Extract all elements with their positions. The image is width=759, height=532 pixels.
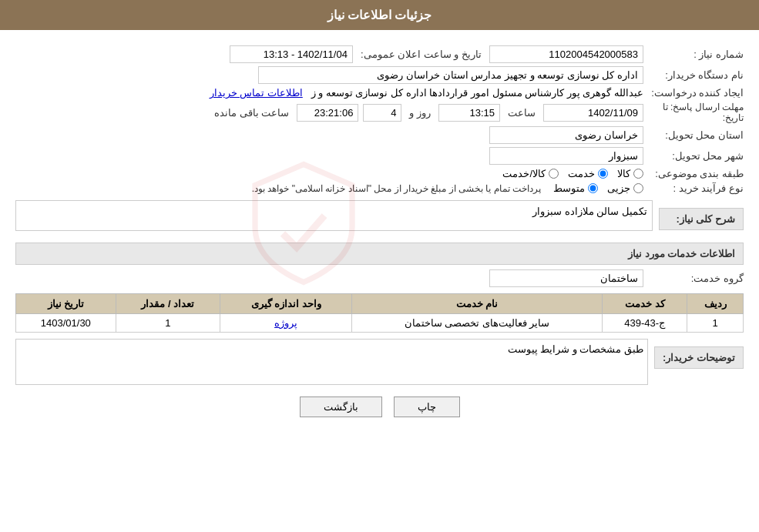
col-header-unit: واحد اندازه گیری	[220, 294, 352, 314]
province-field: خراسان رضوی	[489, 126, 643, 144]
cell-date: 1403/01/30	[16, 314, 116, 333]
cell-qty: 1	[116, 314, 220, 333]
category-row: طبقه بندی موضوعی: کالا خدمت کالا/خدمت	[15, 168, 744, 179]
purchase-type-row: نوع فرآیند خرید : جزیی متوسط پرداخت تمام…	[15, 182, 744, 194]
creator-row: ایجاد کننده درخواست: عبدالله گوهری پور ک…	[15, 87, 744, 99]
radio-motavaset-label: متوسط	[553, 182, 585, 194]
page-container: جزئیات اطلاعات نیاز شماره نیاز : 1102004…	[0, 0, 759, 532]
service-group-field: ساختمان	[489, 269, 643, 287]
purchase-note: پرداخت تمام یا بخشی از مبلغ خریدار از مح…	[252, 183, 541, 194]
buyer-notes-label: توضیحات خریدار:	[654, 346, 744, 369]
radio-khedmat-input[interactable]	[598, 169, 608, 179]
action-buttons: چاپ بازگشت	[15, 396, 744, 417]
city-value: سبزوار	[15, 147, 643, 165]
service-group-value: ساختمان	[15, 269, 643, 287]
contact-link[interactable]: اطلاعات تماس خریدار	[210, 87, 303, 99]
radio-jozi-input[interactable]	[633, 183, 643, 193]
deadline-time-field: 13:15	[438, 104, 500, 122]
radio-khedmat: خدمت	[568, 168, 608, 179]
service-group-label: گروه خدمت:	[643, 273, 744, 284]
province-label: استان محل تحویل:	[643, 129, 744, 141]
city-label: شهر محل تحویل:	[643, 150, 744, 162]
deadline-days-field: 4	[363, 104, 401, 122]
buyer-value: اداره کل نوسازی توسعه و تجهیز مدارس استا…	[15, 66, 643, 84]
buyer-notes-text: طبق مشخصات و شرایط پیوست	[508, 343, 643, 355]
radio-motavaset: متوسط	[553, 182, 598, 194]
public-date-label: تاریخ و ساعت اعلان عمومی:	[361, 49, 482, 60]
deadline-value: 1402/11/09 ساعت 13:15 روز و 4 23:21:06 س…	[15, 104, 643, 122]
col-header-code: کد خدمت	[603, 294, 687, 314]
buyer-label: نام دستگاه خریدار:	[643, 69, 744, 81]
creator-value: عبدالله گوهری پور کارشناس مسئول امور قرا…	[15, 87, 643, 99]
province-value: خراسان رضوی	[15, 126, 643, 144]
description-section: شرح کلی نیاز: تکمیل سالن ملازاده سبزوار	[15, 200, 744, 235]
purchase-type-label: نوع فرآیند خرید :	[643, 182, 744, 194]
need-number-row: شماره نیاز : 1102004542000583 تاریخ و سا…	[15, 45, 744, 63]
services-table: ردیف کد خدمت نام خدمت واحد اندازه گیری ت…	[15, 293, 744, 333]
city-field: سبزوار	[489, 147, 643, 165]
page-header: جزئیات اطلاعات نیاز	[0, 0, 759, 30]
description-area: تکمیل سالن ملازاده سبزوار	[15, 200, 653, 231]
creator-text: عبدالله گوهری پور کارشناس مسئول امور قرا…	[311, 87, 643, 99]
col-header-qty: تعداد / مقدار	[116, 294, 220, 314]
cell-row: 1	[687, 314, 744, 333]
services-section-header: اطلاعات خدمات مورد نیاز	[15, 243, 744, 265]
cell-code: ج-43-439	[603, 314, 687, 333]
deadline-days-label: روز و	[409, 107, 431, 119]
print-button[interactable]: چاپ	[394, 396, 460, 417]
category-value: کالا خدمت کالا/خدمت	[15, 168, 643, 179]
deadline-remaining-label: ساعت باقی مانده	[214, 107, 289, 119]
col-header-name: نام خدمت	[352, 294, 603, 314]
deadline-remaining-field: 23:21:06	[297, 104, 358, 122]
creator-label: ایجاد کننده درخواست:	[643, 87, 744, 99]
radio-kala-khedmat-input[interactable]	[549, 169, 559, 179]
header-title: جزئیات اطلاعات نیاز	[327, 8, 432, 22]
category-label: طبقه بندی موضوعی:	[643, 168, 744, 179]
radio-jozi-label: جزیی	[607, 182, 630, 194]
need-number-field: 1102004542000583	[489, 45, 643, 63]
description-field: تکمیل سالن ملازاده سبزوار	[15, 200, 653, 231]
buyer-notes-section: توضیحات خریدار: طبق مشخصات و شرایط پیوست	[15, 339, 744, 385]
buyer-notes-area: طبق مشخصات و شرایط پیوست	[15, 339, 648, 385]
buyer-field: اداره کل نوسازی توسعه و تجهیز مدارس استا…	[258, 66, 643, 84]
public-date-field: 1402/11/04 - 13:13	[230, 45, 353, 63]
radio-kala: کالا	[617, 168, 643, 179]
cell-unit[interactable]: پروژه	[220, 314, 352, 333]
back-button[interactable]: بازگشت	[300, 396, 382, 417]
radio-kala-label: کالا	[617, 168, 630, 179]
radio-kala-input[interactable]	[633, 169, 643, 179]
radio-kala-khedmat: کالا/خدمت	[502, 168, 559, 179]
purchase-type-value: جزیی متوسط پرداخت تمام یا بخشی از مبلغ خ…	[15, 182, 643, 194]
deadline-row: مهلت ارسال پاسخ: تا تاریخ: 1402/11/09 سا…	[15, 102, 744, 123]
radio-kala-khedmat-label: کالا/خدمت	[502, 168, 546, 179]
radio-motavaset-input[interactable]	[588, 183, 598, 193]
main-content: شماره نیاز : 1102004542000583 تاریخ و سا…	[0, 30, 759, 425]
table-row: 1 ج-43-439 سایر فعالیت‌های تخصصی ساختمان…	[16, 314, 744, 333]
deadline-label: مهلت ارسال پاسخ: تا تاریخ:	[643, 102, 744, 123]
radio-khedmat-label: خدمت	[568, 168, 595, 179]
col-header-date: تاریخ نیاز	[16, 294, 116, 314]
description-section-label: شرح کلی نیاز:	[659, 208, 744, 230]
radio-jozi: جزیی	[607, 182, 643, 194]
deadline-time-label: ساعت	[508, 107, 536, 119]
city-row: شهر محل تحویل: سبزوار	[15, 147, 744, 165]
deadline-date-field: 1402/11/09	[543, 104, 643, 122]
col-header-row: ردیف	[687, 294, 744, 314]
buyer-notes-field: طبق مشخصات و شرایط پیوست	[15, 339, 648, 385]
need-number-label: شماره نیاز :	[643, 49, 744, 60]
cell-name: سایر فعالیت‌های تخصصی ساختمان	[352, 314, 603, 333]
province-row: استان محل تحویل: خراسان رضوی	[15, 126, 744, 144]
need-number-value: 1102004542000583 تاریخ و ساعت اعلان عموم…	[15, 45, 643, 63]
buyer-row: نام دستگاه خریدار: اداره کل نوسازی توسعه…	[15, 66, 744, 84]
service-group-row: گروه خدمت: ساختمان	[15, 269, 744, 287]
